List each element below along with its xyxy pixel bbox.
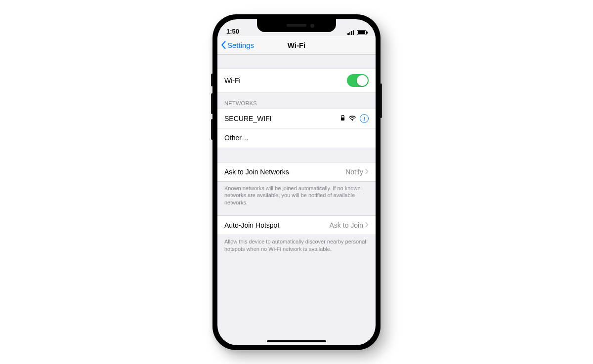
wifi-toggle[interactable]: [347, 74, 369, 87]
svg-rect-0: [341, 117, 344, 120]
other-label: Other…: [224, 134, 249, 142]
info-icon[interactable]: i: [360, 114, 369, 123]
back-label: Settings: [227, 41, 254, 49]
auto-join-hotspot-value: Ask to Join: [330, 221, 363, 229]
auto-join-hotspot-row[interactable]: Auto-Join Hotspot Ask to Join: [217, 215, 376, 235]
network-row[interactable]: SECURE_WIFI i: [217, 109, 376, 128]
chevron-left-icon: [220, 40, 226, 49]
wifi-label: Wi-Fi: [224, 77, 241, 84]
battery-icon: [357, 30, 367, 35]
ask-to-join-value: Notify: [345, 168, 363, 176]
networks-header: NETWORKS: [217, 92, 376, 109]
nav-title: Wi-Fi: [288, 41, 306, 49]
ask-to-join-footer: Known networks will be joined automatica…: [217, 182, 376, 211]
network-name: SECURE_WIFI: [224, 115, 272, 122]
ask-to-join-label: Ask to Join Networks: [224, 168, 289, 176]
chevron-right-icon: [365, 168, 369, 176]
other-network-row[interactable]: Other…: [217, 128, 376, 148]
wifi-icon: [349, 115, 356, 122]
nav-bar: Settings Wi-Fi: [217, 36, 376, 55]
phone-frame: 1:50 Settings Wi-Fi Wi-Fi: [212, 14, 381, 350]
wifi-toggle-row: Wi-Fi: [217, 69, 376, 92]
back-button[interactable]: Settings: [220, 40, 254, 49]
notch: [257, 19, 336, 32]
settings-content: Wi-Fi NETWORKS SECURE_WIFI i: [217, 55, 376, 257]
home-indicator[interactable]: [267, 340, 326, 342]
screen: 1:50 Settings Wi-Fi Wi-Fi: [217, 19, 376, 345]
status-time: 1:50: [226, 28, 239, 35]
chevron-right-icon: [365, 221, 369, 229]
lock-icon: [340, 115, 345, 122]
ask-to-join-row[interactable]: Ask to Join Networks Notify: [217, 162, 376, 182]
auto-join-hotspot-label: Auto-Join Hotspot: [224, 221, 279, 229]
signal-icon: [347, 30, 354, 35]
auto-join-hotspot-footer: Allow this device to automatically disco…: [217, 235, 376, 257]
svg-point-1: [352, 120, 353, 121]
